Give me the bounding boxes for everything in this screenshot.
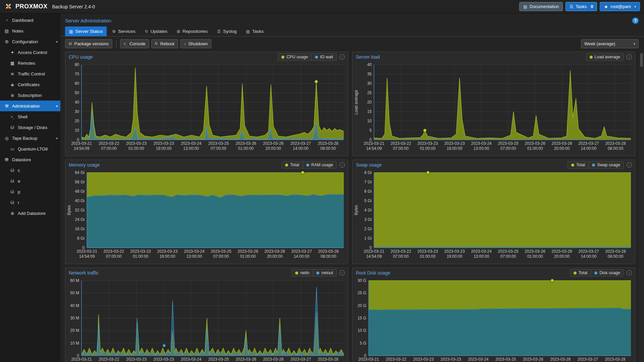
chart-cpu-usage: 010203040506070802023-03-2114:54:092023-… [65, 62, 348, 156]
tab-updates[interactable]: ↻Updates [141, 26, 171, 36]
svg-text:07:00:00: 07:00:00 [393, 146, 409, 151]
documentation-button[interactable]: ▤ Documentation [519, 2, 563, 11]
svg-text:2023-03-27: 2023-03-27 [578, 357, 598, 362]
scrollbar-thumb[interactable] [640, 53, 643, 67]
page-title: Server Administration [65, 18, 111, 23]
svg-text:14:54:09: 14:54:09 [79, 254, 95, 259]
svg-text:14:00:00: 14:00:00 [581, 146, 597, 151]
collapse-icon[interactable]: − [339, 270, 345, 276]
shutdown-button[interactable]: ○Shutdown [180, 39, 211, 48]
tasks-icon: ▤ [246, 29, 250, 34]
sidebar-item-remotes[interactable]: ▦Remotes [0, 58, 60, 68]
legend-item-load-average[interactable]: Load average [586, 54, 624, 60]
svg-text:13:00:00: 13:00:00 [474, 146, 489, 151]
svg-text:01:00:00: 01:00:00 [128, 146, 144, 151]
certificate-icon: ◈ [9, 82, 16, 87]
sidebar-item-administration[interactable]: ⚒Administration▾ [0, 101, 60, 111]
collapse-icon[interactable]: − [627, 54, 632, 60]
tasks-button[interactable]: ☰ Tasks 0 [566, 2, 597, 11]
legend-item-ram-usage[interactable]: RAM usage [303, 162, 336, 168]
svg-text:25: 25 [367, 90, 372, 95]
svg-text:1 Gi: 1 Gi [364, 236, 372, 241]
console-button[interactable]: >_Console [120, 39, 149, 48]
svg-text:16 Gi: 16 Gi [75, 227, 85, 231]
svg-text:07:00:00: 07:00:00 [500, 254, 516, 259]
legend-item-disk-usage[interactable]: Disk usage [591, 269, 624, 276]
toolbar-separator [116, 40, 116, 48]
svg-text:2 Gi: 2 Gi [364, 227, 372, 231]
svg-text:01:00:00: 01:00:00 [133, 254, 149, 259]
reboot-button[interactable]: ↻Reboot [151, 39, 178, 48]
sidebar-item-dashboard[interactable]: ◔Dashboard [0, 15, 60, 25]
sidebar-item-notes[interactable]: ▤Notes [0, 25, 60, 36]
package-versions-button[interactable]: ⊟Package versions [65, 39, 112, 48]
legend-dot [316, 272, 319, 275]
sidebar-item-access-control[interactable]: ✦Access Control [0, 47, 60, 58]
sidebar-item-tape-backup[interactable]: ◎Tape Backup▾ [0, 133, 60, 143]
legend-item-total[interactable]: Total [282, 162, 302, 168]
sidebar-item-p[interactable]: ⛁p [0, 186, 60, 197]
panel-title: CPU usage [69, 54, 93, 60]
svg-text:2023-03-27: 2023-03-27 [290, 357, 311, 362]
collapse-icon[interactable]: − [627, 270, 632, 276]
tab-syslog[interactable]: ☰Syslog [213, 26, 240, 36]
help-button[interactable]: ? [632, 17, 639, 24]
svg-text:2023-03-23: 2023-03-23 [444, 249, 465, 254]
sidebar-item-e[interactable]: ⛁e [0, 176, 60, 186]
range-select[interactable]: Week (average) ▾ [581, 39, 639, 48]
sidebar-item-certificates[interactable]: ◈Certificates [0, 79, 60, 90]
panel-title: Memory usage [69, 162, 100, 168]
svg-text:2023-03-28: 2023-03-28 [605, 141, 626, 146]
wrench-icon: ⚒ [3, 104, 10, 109]
svg-text:20:00:00: 20:00:00 [554, 146, 570, 151]
svg-text:2023-03-26: 2023-03-26 [235, 357, 256, 362]
sidebar-item-traffic-control[interactable]: ≋Traffic Control [0, 68, 60, 79]
collapse-icon[interactable]: − [339, 54, 345, 60]
app-version: Backup Server 2.4-0 [52, 4, 95, 9]
sidebar-item-label: Traffic Control [18, 71, 45, 76]
legend-item-swap-usage[interactable]: Swap usage [588, 162, 624, 168]
svg-text:35: 35 [367, 72, 372, 76]
svg-text:2023-03-22: 2023-03-22 [390, 249, 411, 254]
tab-label: Repositories [182, 29, 208, 34]
tab-repositories[interactable]: ⊞Repositories [173, 26, 212, 36]
legend-item-cpu-usage[interactable]: CPU usage [278, 54, 311, 60]
user-menu-button[interactable]: ☻ root@pam ▾ [600, 2, 640, 11]
svg-text:07:00:00: 07:00:00 [500, 146, 516, 151]
legend-item-total[interactable]: Total [568, 162, 588, 168]
subscription-icon: ⊛ [9, 93, 16, 98]
legend-item-io-wait[interactable]: IO wait [311, 54, 336, 60]
sidebar-item-r[interactable]: ⛁r [0, 197, 60, 208]
sidebar-item-configuration[interactable]: ⚙Configuration▾ [0, 36, 60, 47]
legend-item-netin[interactable]: netin [292, 269, 313, 276]
button-label: Console [129, 41, 146, 46]
svg-text:2023-03-23: 2023-03-23 [153, 141, 174, 146]
collapse-icon[interactable]: − [339, 162, 345, 168]
svg-text:13:00:00: 13:00:00 [474, 254, 489, 259]
sidebar-item-label: Subscription [18, 93, 42, 98]
svg-text:30 M: 30 M [70, 316, 79, 320]
tab-services[interactable]: ⚙Services [108, 26, 140, 36]
svg-text:56 Gi: 56 Gi [75, 180, 85, 184]
legend-item-total[interactable]: Total [570, 269, 591, 276]
svg-text:14:00:00: 14:00:00 [581, 254, 597, 259]
sidebar-item-label: r [18, 200, 19, 205]
tab-server-status[interactable]: ▥Server Status [65, 26, 107, 36]
sidebar-item-c[interactable]: ⛁c [0, 165, 60, 176]
sidebar-item-shell[interactable]: >_Shell [0, 111, 60, 122]
svg-text:01:00:00: 01:00:00 [238, 146, 254, 151]
tab-tasks[interactable]: ▤Tasks [242, 26, 268, 36]
sidebar-item-storage-disks[interactable]: ⛁Storage / Disks [0, 122, 60, 133]
sidebar-item-label: Administration [12, 104, 40, 109]
svg-text:2023-03-25: 2023-03-25 [208, 141, 229, 146]
sidebar-item-datastore[interactable]: ⛃Datastore [0, 154, 60, 165]
sidebar-item-quantum-lto8[interactable]: ▭Quantum-LTO8 [0, 143, 60, 154]
svg-text:20:00:00: 20:00:00 [554, 254, 570, 259]
legend-item-netout[interactable]: netout [313, 269, 336, 276]
sidebar-item-subscription[interactable]: ⊛Subscription [0, 90, 60, 101]
sidebar-item-label: Shell [18, 114, 28, 119]
button-label: Shutdown [188, 41, 208, 46]
collapse-icon[interactable]: − [627, 162, 632, 168]
sidebar-item-add-datastore[interactable]: ⊕Add Datastore [0, 208, 60, 219]
scrollbar[interactable] [640, 53, 643, 362]
